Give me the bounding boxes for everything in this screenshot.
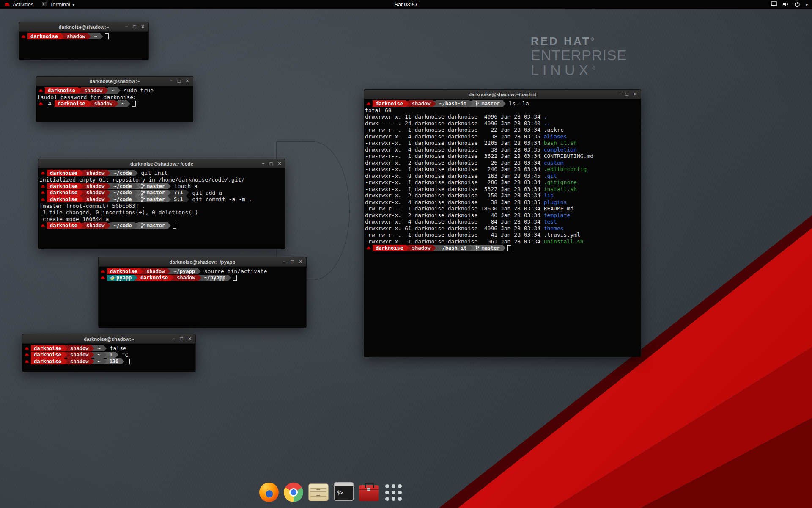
powerline-arrow	[91, 345, 94, 351]
powerline-branch-segment: master	[138, 196, 168, 202]
close-button[interactable]: ×	[141, 22, 145, 31]
terminal-text: -rw-rw-r--. 1 darknoise darknoise 22 Jan…	[365, 127, 564, 133]
power-icon[interactable]	[794, 1, 800, 8]
maximize-button[interactable]: □	[178, 77, 181, 86]
terminal-line: create mode 100644 a	[39, 216, 285, 223]
window-titlebar[interactable]: darknoise@shadow:~/code−□×	[38, 159, 285, 168]
close-button[interactable]: ×	[634, 90, 637, 99]
terminal-text: .editorconfig	[544, 166, 587, 172]
maximize-button[interactable]: □	[291, 257, 294, 266]
terminal-body[interactable]: darknoiseshadow~/pyapp source bin/activa…	[99, 267, 306, 328]
terminal-window[interactable]: darknoise@shadow:~−□×darknoiseshadow~ su…	[36, 76, 193, 121]
toolbox-icon[interactable]	[359, 485, 379, 501]
minimize-button[interactable]: −	[262, 159, 265, 168]
close-button[interactable]: ×	[188, 334, 192, 343]
window-title: darknoise@shadow:~/bash-it	[364, 92, 641, 97]
terminal-window[interactable]: darknoise@shadow:~/code−□×darknoiseshado…	[38, 159, 285, 248]
window-titlebar[interactable]: darknoise@shadow:~−□×	[36, 77, 193, 86]
minimize-button[interactable]: −	[170, 77, 173, 86]
terminal-window[interactable]: darknoise@shadow:~−□×darknoiseshadow~ fa…	[22, 334, 196, 371]
close-button[interactable]: ×	[186, 77, 189, 86]
redhat-prompt-icon	[100, 276, 106, 279]
branch-icon	[141, 183, 145, 189]
files-icon[interactable]	[308, 483, 329, 501]
powerline-path-segment: ~/code	[110, 183, 134, 189]
powerline-arrow	[64, 359, 67, 364]
powerline-arrow	[469, 245, 472, 251]
terminal-text: drwxrwxr-x. 61 darknoise darknoise 4096 …	[365, 225, 544, 232]
terminal-line: darknoiseshadow~/codemaster?:1 git add a	[39, 190, 285, 196]
terminal-text: touch a	[171, 183, 198, 189]
powerline-arrow	[135, 183, 138, 189]
window-titlebar[interactable]: darknoise@shadow:~/bash-it−□×	[364, 90, 641, 99]
maximize-button[interactable]: □	[133, 22, 136, 31]
terminal-text: .git	[544, 173, 557, 179]
terminal-body[interactable]: darknoiseshadow~/code git initInitialize…	[38, 168, 285, 249]
powerline-arrow	[105, 88, 108, 94]
terminal-icon[interactable]: $>	[334, 482, 354, 501]
terminal-line: drwxrwxr-x. 4 darknoise darknoise 38 Jan…	[365, 133, 640, 140]
terminal-text: -rw-rw-r--. 1 darknoise darknoise 18630 …	[365, 205, 573, 212]
powerline-arrow	[168, 190, 171, 196]
window-titlebar[interactable]: darknoise@shadow:~−□×	[19, 22, 148, 32]
powerline-arrow	[198, 275, 201, 281]
terminal-line: darknoiseshadow~	[20, 33, 148, 40]
terminal-line: drwxrwxr-x. 8 darknoise darknoise 163 Ja…	[365, 173, 640, 179]
activities-button[interactable]: Activities	[0, 0, 38, 9]
app-grid-icon[interactable]	[384, 483, 403, 502]
terminal-body[interactable]: darknoiseshadow~ falsedarknoiseshadow~1 …	[22, 344, 195, 372]
powerline-host-segment: shadow	[67, 345, 91, 351]
powerline-host-segment: shadow	[83, 183, 107, 189]
powerline-branch-segment: master	[138, 183, 168, 189]
maximize-button[interactable]: □	[270, 159, 273, 168]
powerline-status-segment: S:1	[171, 196, 186, 202]
terminal-window[interactable]: darknoise@shadow:~−□×darknoiseshadow~	[19, 22, 149, 59]
powerline-host-segment: shadow	[83, 170, 107, 176]
minimize-button[interactable]: −	[617, 90, 620, 99]
maximize-button[interactable]: □	[180, 334, 183, 343]
terminal-line: darknoiseshadow~/bash-itmaster	[365, 245, 640, 251]
powerline-user-segment: darknoise	[47, 170, 80, 176]
clock[interactable]: Sat 03:57	[0, 2, 812, 8]
app-menu[interactable]: Terminal ▾	[38, 0, 79, 9]
close-button[interactable]: ×	[278, 159, 281, 168]
terminal-window[interactable]: darknoise@shadow:~/pyapp−□×darknoiseshad…	[98, 257, 307, 327]
powerline-arrow	[100, 33, 103, 39]
terminal-body[interactable]: darknoiseshadow~	[19, 32, 148, 60]
window-titlebar[interactable]: darknoise@shadow:~/pyapp−□×	[99, 257, 306, 267]
terminal-line: drwxrwxr-x. 2 darknoise darknoise 40 Jan…	[365, 212, 640, 219]
terminal-window[interactable]: darknoise@shadow:~/bash-it−□×darknoisesh…	[364, 89, 641, 356]
terminal-line: drwxrwxr-x. 4 darknoise darknoise 84 Jan…	[365, 218, 640, 225]
minimize-button[interactable]: −	[283, 257, 286, 266]
chevron-down-icon[interactable]: ▾	[806, 3, 808, 7]
minimize-button[interactable]: −	[125, 22, 128, 31]
minimize-button[interactable]: −	[172, 334, 175, 343]
terminal-text: ^C	[118, 352, 128, 358]
terminal-text: [master (root-commit) 50bcb63] .	[39, 203, 145, 209]
powerline-arrow	[168, 183, 171, 189]
powerline-host-segment: shadow	[67, 358, 91, 364]
terminal-line: darknoiseshadow~130	[23, 358, 195, 365]
chrome-icon[interactable]	[284, 483, 303, 502]
display-icon[interactable]	[771, 1, 777, 8]
window-titlebar[interactable]: darknoise@shadow:~−□×	[22, 334, 195, 344]
redhat-prompt-icon	[24, 347, 30, 350]
powerline-arrow	[503, 245, 506, 251]
chevron-down-icon: ▾	[73, 3, 75, 7]
terminal-body[interactable]: darknoiseshadow~ sudo true[sudo] passwor…	[36, 86, 193, 122]
terminal-line: drwxrwxr-x. 61 darknoise darknoise 4096 …	[365, 225, 640, 232]
powerline-host-segment: shadow	[67, 352, 91, 358]
maximize-button[interactable]: □	[625, 90, 628, 99]
system-tray[interactable]: ▾	[771, 0, 812, 9]
terminal-body[interactable]: darknoiseshadow~/bash-itmaster ls -latot…	[364, 99, 641, 357]
terminal-text: drwxrwxr-x. 4 darknoise darknoise 84 Jan…	[365, 218, 544, 225]
powerline-arrow	[107, 183, 110, 189]
powerline-arrow	[64, 352, 67, 358]
powerline-user-segment: darknoise	[47, 190, 80, 196]
close-button[interactable]: ×	[299, 257, 302, 266]
firefox-icon[interactable]	[259, 483, 279, 502]
terminal-text: source bin/activate	[201, 268, 267, 274]
volume-icon[interactable]	[783, 2, 789, 8]
powerline-host-segment: shadow	[174, 275, 198, 281]
branch-icon	[475, 101, 480, 106]
